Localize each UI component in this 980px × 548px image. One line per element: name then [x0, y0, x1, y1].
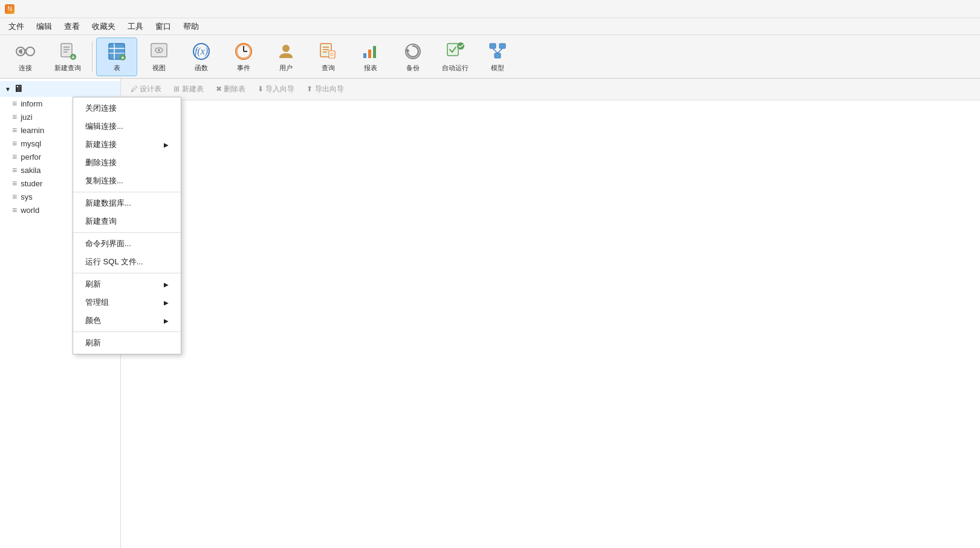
ctx-arrow-manage-group: ▶: [164, 299, 169, 306]
menu-item-编辑[interactable]: 编辑: [30, 19, 58, 34]
function-icon: f(x): [190, 41, 212, 62]
title-bar: N: [0, 0, 980, 18]
secondary-toolbar: 🖊 设计表⊞ 新建表✖ 删除表⬇ 导入向导⬆ 导出向导: [121, 79, 980, 100]
ctx-label-new-query-ctx: 新建查询: [85, 216, 117, 227]
svg-text:+: +: [121, 54, 125, 61]
content-area: 🖊 设计表⊞ 新建表✖ 删除表⬇ 导入向导⬆ 导出向导: [121, 79, 980, 548]
app-logo: N: [5, 4, 15, 14]
menu-item-窗口[interactable]: 窗口: [149, 19, 177, 34]
event-icon: [233, 41, 255, 62]
ctx-label-close-connection: 关闭连接: [85, 103, 117, 114]
svg-point-4: [19, 50, 22, 53]
expand-arrow: ▼: [5, 86, 11, 93]
ctx-item-command-line[interactable]: 命令列界面...: [73, 235, 181, 253]
sec-btn-delete-table: ✖ 删除表: [211, 82, 250, 96]
svg-rect-37: [363, 53, 366, 58]
ctx-arrow-refresh-sub: ▶: [164, 281, 169, 288]
ctx-separator: [73, 232, 181, 233]
toolbar: 连接+新建查询+表视图f(x)函数事件用户查询报表备份自动运行模型: [0, 35, 980, 79]
db-icon: ≡: [12, 152, 17, 161]
ctx-label-refresh-sub: 刷新: [85, 279, 101, 290]
model-icon: [487, 41, 508, 62]
toolbar-btn-query[interactable]: 查询: [308, 38, 349, 76]
ctx-label-new-database: 新建数据库...: [85, 198, 131, 209]
user-label: 用户: [279, 64, 293, 73]
ctx-item-new-connection[interactable]: 新建连接▶: [73, 135, 181, 154]
svg-point-29: [282, 45, 290, 52]
model-label: 模型: [491, 64, 504, 73]
ctx-item-new-database[interactable]: 新建数据库...: [73, 194, 181, 212]
ctx-label-edit-connection: 编辑连接...: [85, 121, 123, 132]
sec-btn-design-table: 🖊 设计表: [126, 82, 166, 96]
menu-bar: 文件编辑查看收藏夹工具窗口帮助: [0, 18, 980, 35]
ctx-arrow-new-connection: ▶: [164, 142, 169, 148]
ctx-label-copy-connection: 复制连接...: [85, 175, 123, 186]
ctx-item-refresh[interactable]: 刷新: [73, 334, 181, 352]
sidebar-connection[interactable]: ▼ 🖥: [0, 81, 120, 97]
report-label: 报表: [364, 64, 377, 73]
menu-item-文件[interactable]: 文件: [2, 19, 30, 34]
ctx-item-close-connection[interactable]: 关闭连接: [73, 99, 181, 117]
toolbar-btn-new-query[interactable]: +新建查询: [47, 38, 88, 76]
context-menu: 关闭连接编辑连接...新建连接▶删除连接复制连接...新建数据库...新建查询命…: [73, 97, 181, 354]
db-icon: ≡: [12, 165, 17, 175]
menu-item-工具[interactable]: 工具: [122, 19, 149, 34]
menu-item-帮助[interactable]: 帮助: [177, 19, 205, 34]
new-query-label: 新建查询: [54, 64, 81, 73]
svg-text:+: +: [71, 54, 75, 60]
event-label: 事件: [237, 64, 250, 73]
autorun-icon: [444, 41, 466, 62]
toolbar-btn-user[interactable]: 用户: [265, 38, 307, 76]
ctx-item-run-sql[interactable]: 运行 SQL 文件...: [73, 253, 181, 271]
ctx-label-refresh: 刷新: [85, 338, 101, 348]
svg-point-21: [158, 49, 160, 51]
toolbar-separator-1: [92, 42, 92, 72]
toolbar-btn-model[interactable]: 模型: [477, 38, 518, 76]
toolbar-btn-backup[interactable]: 备份: [392, 38, 433, 76]
ctx-item-delete-connection[interactable]: 删除连接: [73, 154, 181, 172]
svg-rect-39: [373, 46, 376, 58]
menu-item-查看[interactable]: 查看: [58, 19, 86, 34]
ctx-separator: [73, 273, 181, 273]
svg-line-48: [498, 48, 502, 53]
svg-text:f(x): f(x): [195, 46, 208, 57]
toolbar-btn-report[interactable]: 报表: [350, 38, 391, 76]
table-icon: +: [106, 41, 128, 62]
ctx-item-color[interactable]: 颜色▶: [73, 312, 181, 330]
ctx-item-manage-group[interactable]: 管理组▶: [73, 293, 181, 312]
svg-rect-34: [329, 51, 335, 58]
ctx-label-delete-connection: 删除连接: [85, 157, 117, 168]
toolbar-btn-table[interactable]: +表: [96, 38, 137, 76]
ctx-separator: [73, 192, 181, 192]
connect-label: 连接: [19, 64, 32, 73]
svg-point-1: [26, 47, 34, 56]
ctx-item-refresh-sub[interactable]: 刷新▶: [73, 275, 181, 293]
sec-btn-export-wizard: ⬆ 导出向导: [302, 82, 348, 96]
ctx-label-color: 颜色: [85, 315, 101, 326]
db-icon: ≡: [12, 125, 17, 135]
ctx-separator: [73, 331, 181, 332]
autorun-label: 自动运行: [442, 64, 469, 73]
ctx-label-run-sql: 运行 SQL 文件...: [85, 256, 143, 267]
svg-line-47: [493, 48, 498, 53]
toolbar-btn-connect[interactable]: 连接: [5, 38, 46, 76]
ctx-item-copy-connection[interactable]: 复制连接...: [73, 172, 181, 190]
ctx-item-edit-connection[interactable]: 编辑连接...: [73, 117, 181, 135]
db-icon: ≡: [12, 178, 17, 188]
toolbar-btn-event[interactable]: 事件: [223, 38, 264, 76]
view-icon: [148, 41, 170, 62]
view-label: 视图: [152, 64, 166, 73]
new-query-icon: +: [57, 41, 79, 62]
db-icon: ≡: [12, 192, 17, 201]
ctx-item-new-query-ctx[interactable]: 新建查询: [73, 212, 181, 230]
menu-item-收藏夹[interactable]: 收藏夹: [86, 19, 122, 34]
report-icon: [360, 41, 381, 62]
query-icon: [317, 41, 339, 62]
sec-btn-new-table: ⊞ 新建表: [169, 82, 208, 96]
toolbar-btn-autorun[interactable]: 自动运行: [435, 38, 476, 76]
toolbar-btn-view[interactable]: 视图: [138, 38, 180, 76]
svg-rect-45: [499, 44, 505, 48]
toolbar-btn-function[interactable]: f(x)函数: [181, 38, 222, 76]
svg-rect-46: [495, 53, 501, 58]
ctx-label-manage-group: 管理组: [85, 297, 109, 308]
